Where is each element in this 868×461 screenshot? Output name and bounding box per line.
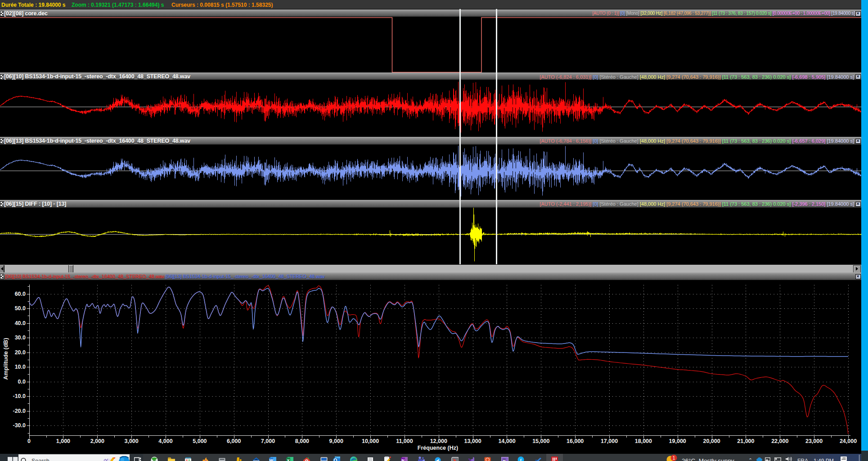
svg-text:22,000: 22,000 (771, 438, 788, 444)
svg-text:-20.0: -20.0 (13, 408, 26, 414)
svg-text:18,000: 18,000 (635, 438, 652, 444)
svg-text:50.0: 50.0 (15, 305, 26, 312)
svg-text:7,000: 7,000 (261, 438, 275, 444)
svg-text:0.0: 0.0 (18, 379, 26, 385)
svg-text:W: W (269, 458, 273, 461)
svg-text:11,000: 11,000 (396, 438, 413, 444)
svg-text:1: 1 (673, 456, 675, 461)
svg-text:10.0: 10.0 (15, 364, 26, 370)
svg-text:20,000: 20,000 (703, 438, 720, 444)
svg-text:0: 0 (27, 438, 31, 444)
svg-text:X: X (287, 458, 289, 461)
svg-text:M: M (503, 459, 506, 461)
svg-text:13,000: 13,000 (464, 438, 481, 444)
svg-text:-10.0: -10.0 (13, 393, 26, 399)
svg-text:40.0: 40.0 (15, 320, 26, 326)
svg-text:Amplitude (dB): Amplitude (dB) (2, 338, 9, 380)
svg-text:15,000: 15,000 (532, 438, 549, 444)
svg-text:21,000: 21,000 (737, 438, 754, 444)
svg-text:14,000: 14,000 (498, 438, 515, 444)
svg-text:17,000: 17,000 (601, 438, 618, 444)
svg-text:N: N (401, 458, 405, 461)
svg-text:3,000: 3,000 (124, 438, 138, 444)
svg-text:5,000: 5,000 (193, 438, 207, 444)
svg-text:9,000: 9,000 (329, 438, 343, 444)
svg-text:-30.0: -30.0 (13, 422, 26, 429)
svg-text:2,000: 2,000 (90, 438, 104, 444)
svg-text:8,000: 8,000 (295, 438, 309, 444)
svg-text:1,000: 1,000 (56, 438, 70, 444)
svg-text:16,000: 16,000 (567, 438, 584, 444)
svg-text:60.0: 60.0 (15, 291, 26, 297)
svg-text:4,000: 4,000 (158, 438, 172, 444)
svg-text:24,000: 24,000 (840, 438, 857, 444)
svg-text:23,000: 23,000 (805, 438, 823, 444)
svg-text:19,000: 19,000 (669, 438, 686, 444)
svg-text:30.0: 30.0 (15, 334, 26, 341)
svg-text:10,000: 10,000 (362, 438, 379, 444)
svg-text:12,000: 12,000 (430, 438, 447, 444)
svg-text:20.0: 20.0 (15, 349, 26, 356)
svg-text:Fréquence (Hz): Fréquence (Hz) (418, 445, 458, 451)
svg-text:6,000: 6,000 (227, 438, 241, 444)
